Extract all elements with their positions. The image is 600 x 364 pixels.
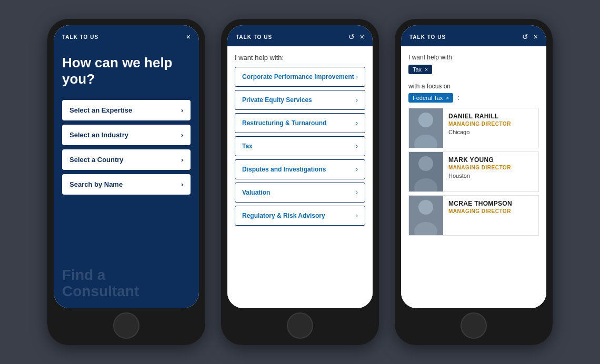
country-filter-button[interactable]: Select a Country ›	[62, 149, 191, 170]
phone-2: TALK TO US ↺ × I want help with: Corpora…	[221, 19, 379, 345]
phone-1-header: TALK TO US ×	[54, 25, 199, 46]
person-2-name: MARK YOUNG	[448, 156, 533, 164]
expertise-filter-button[interactable]: Select an Expertise ›	[62, 100, 191, 120]
list-item-1[interactable]: Corporate Performance Improvement ›	[235, 67, 365, 87]
close-icon-2[interactable]: ×	[360, 33, 364, 41]
list-chevron-4: ›	[356, 143, 358, 150]
list-chevron-2: ›	[356, 96, 358, 104]
help-row-3: I want help with	[408, 54, 539, 61]
footer-bg-text: Find aConsultant	[62, 267, 191, 300]
country-filter-label: Select a Country	[69, 156, 124, 164]
phone-1: TALK TO US × How can we help you? Select…	[47, 19, 205, 345]
list-chevron-7: ›	[356, 212, 358, 219]
phone-1-content: How can we help you? Select an Expertise…	[54, 46, 199, 308]
svg-point-7	[418, 200, 433, 215]
list-chevron-1: ›	[356, 73, 358, 80]
name-filter-button[interactable]: Search by Name ›	[62, 174, 191, 195]
list-item-4[interactable]: Tax ›	[235, 136, 365, 156]
refresh-icon-3[interactable]: ↺	[522, 33, 528, 41]
focus-tag-row: Federal Tax × :	[408, 93, 539, 103]
name-filter-label: Search by Name	[69, 180, 123, 188]
help-label-3: I want help with	[408, 54, 452, 61]
list-item-text-1: Corporate Performance Improvement	[242, 73, 354, 80]
focus-label: with a focus on	[408, 83, 451, 90]
list-item-text-5: Disputes and Investigations	[242, 166, 326, 173]
federal-tax-tag-label: Federal Tax	[413, 95, 443, 101]
phone-1-screen: TALK TO US × How can we help you? Select…	[54, 25, 199, 308]
phone-3-title: TALK TO US	[409, 34, 446, 40]
person-card-2[interactable]: MARK YOUNG MANAGING DIRECTOR Houston	[408, 151, 539, 192]
list-item-6[interactable]: Valuation ›	[235, 183, 365, 203]
phone-2-title: TALK TO US	[236, 34, 272, 40]
federal-tax-tag: Federal Tax ×	[408, 93, 453, 103]
phone-3: TALK TO US ↺ × I want help with Tax ×	[395, 19, 553, 345]
list-item-text-7: Regulatory & Risk Advisory	[242, 212, 325, 219]
name-chevron-icon: ›	[181, 181, 183, 188]
svg-point-4	[418, 156, 433, 171]
person-2-location: Houston	[448, 173, 533, 179]
tax-tag-remove[interactable]: ×	[425, 67, 428, 73]
colon-badge: :	[457, 94, 459, 102]
country-chevron-icon: ›	[181, 156, 183, 164]
tax-tag: Tax ×	[408, 65, 432, 74]
close-icon[interactable]: ×	[186, 33, 191, 41]
phone-2-header: TALK TO US ↺ ×	[227, 25, 373, 46]
phones-container: TALK TO US × How can we help you? Select…	[37, 8, 563, 356]
person-3-title: MANAGING DIRECTOR	[448, 208, 533, 214]
person-1-info: DANIEL RAHILL MANAGING DIRECTOR Chicago	[443, 108, 538, 148]
home-button-3[interactable]	[461, 312, 487, 339]
person-card-3[interactable]: MCRAE THOMPSON MANAGING DIRECTOR	[408, 195, 539, 236]
person-1-title: MANAGING DIRECTOR	[448, 121, 533, 127]
phone-1-title: TALK TO US	[62, 34, 98, 40]
person-3-photo	[409, 196, 443, 235]
list-chevron-5: ›	[356, 166, 358, 173]
expertise-chevron-icon: ›	[181, 107, 183, 114]
industry-filter-label: Select an Industry	[69, 131, 128, 139]
phone-2-header-icons: ↺ ×	[348, 33, 364, 41]
list-chevron-6: ›	[356, 189, 358, 196]
phone-2-screen: TALK TO US ↺ × I want help with: Corpora…	[227, 25, 373, 308]
list-item-text-2: Private Equity Services	[242, 96, 312, 104]
help-tag-row: Tax ×	[408, 64, 539, 74]
expertise-filter-label: Select an Expertise	[69, 106, 132, 114]
industry-filter-button[interactable]: Select an Industry ›	[62, 125, 191, 145]
list-item-3[interactable]: Restructuring & Turnaround ›	[235, 113, 365, 133]
list-item-7[interactable]: Regulatory & Risk Advisory ›	[235, 206, 365, 226]
list-item-text-4: Tax	[242, 143, 253, 150]
person-2-info: MARK YOUNG MANAGING DIRECTOR Houston	[443, 152, 538, 191]
list-chevron-3: ›	[356, 119, 358, 127]
list-item-text-3: Restructuring & Turnaround	[242, 119, 326, 127]
phone-3-screen: TALK TO US ↺ × I want help with Tax ×	[401, 25, 546, 308]
person-card-1[interactable]: DANIEL RAHILL MANAGING DIRECTOR Chicago	[408, 108, 539, 148]
person-2-title: MANAGING DIRECTOR	[448, 165, 533, 170]
person-1-photo	[409, 108, 443, 148]
person-1-location: Chicago	[448, 129, 533, 135]
close-icon-3[interactable]: ×	[534, 33, 538, 41]
phone-1-header-icons: ×	[186, 33, 191, 41]
phone-3-header-icons: ↺ ×	[522, 33, 538, 41]
phone-3-content: I want help with Tax × with a focus on F…	[401, 46, 546, 308]
main-heading: How can we help you?	[62, 55, 191, 87]
focus-row: with a focus on	[408, 83, 539, 90]
person-2-photo	[409, 152, 443, 191]
list-item-5[interactable]: Disputes and Investigations ›	[235, 159, 365, 179]
home-button-2[interactable]	[287, 312, 313, 339]
phone-3-header: TALK TO US ↺ ×	[401, 25, 546, 46]
help-label-2: I want help with:	[235, 54, 365, 62]
phone-2-content: I want help with: Corporate Performance …	[227, 46, 373, 308]
svg-point-1	[418, 113, 433, 127]
refresh-icon-2[interactable]: ↺	[348, 33, 355, 41]
person-3-name: MCRAE THOMPSON	[448, 200, 533, 207]
tax-tag-label: Tax	[413, 66, 422, 73]
person-1-name: DANIEL RAHILL	[448, 113, 533, 120]
home-button-1[interactable]	[113, 312, 139, 339]
federal-tax-tag-remove[interactable]: ×	[446, 95, 449, 101]
person-3-info: MCRAE THOMPSON MANAGING DIRECTOR	[443, 196, 538, 235]
industry-chevron-icon: ›	[181, 132, 183, 139]
list-item-text-6: Valuation	[242, 189, 270, 196]
list-item-2[interactable]: Private Equity Services ›	[235, 90, 365, 110]
